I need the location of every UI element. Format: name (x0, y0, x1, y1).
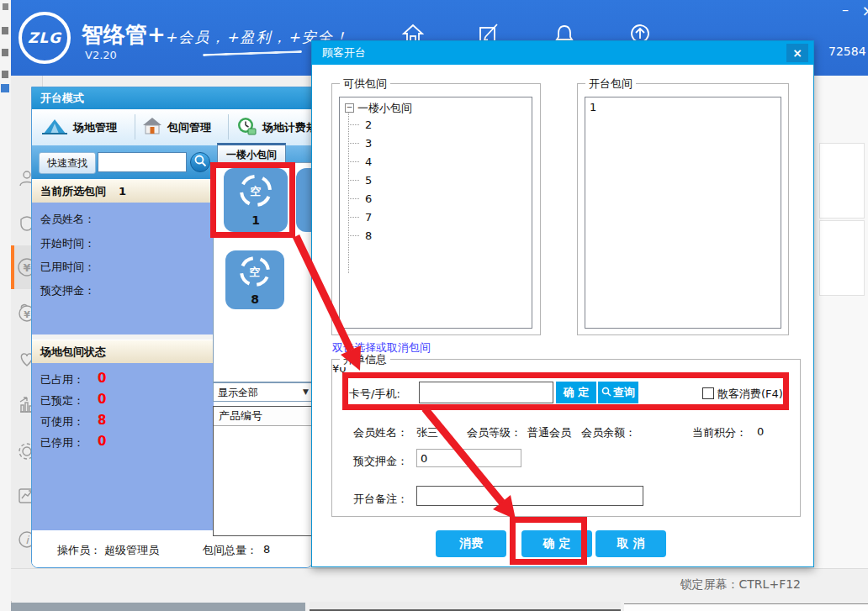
tree-guide-stub (348, 124, 359, 125)
rooms-total-value: 8 (263, 543, 270, 556)
available-rooms-tree[interactable]: − 一楼小包间 2 3 4 5 6 7 8 (339, 97, 532, 329)
room-status-title: 场地包间状态 (40, 345, 106, 358)
lock-screen-hint: 锁定屏幕：CTRL+F12 (680, 577, 801, 593)
quick-find-button[interactable]: 快速查找 (39, 152, 96, 174)
card-phone-input[interactable] (419, 382, 553, 403)
card-confirm-label: 确 定 (564, 385, 590, 400)
tab-room-group-label: 一楼小包间 (226, 149, 277, 161)
opened-rooms-list[interactable]: 1 (585, 97, 781, 329)
tree-guide-stub (348, 235, 359, 236)
deposit-label: 预交押金： (353, 454, 408, 469)
quick-find-input[interactable] (98, 152, 187, 172)
tree-root-node[interactable]: 一楼小包间 (357, 101, 412, 116)
tree-item-room8[interactable]: 8 (365, 229, 372, 242)
start-time-label: 开始时间： (40, 236, 95, 251)
status-bar: 锁定屏幕：CTRL+F12 (11, 568, 868, 601)
product-table-header: 产品编号 (214, 407, 312, 426)
member-level-value: 普通会员 (527, 425, 571, 440)
opened-rooms-group: 开台包间 1 (577, 83, 789, 335)
background-bottom-fragment (11, 603, 305, 611)
member-level-label: 会员等级： (467, 425, 521, 440)
clock-icon (235, 115, 258, 140)
svg-text:¥: ¥ (24, 309, 30, 320)
room-manage-button[interactable]: 包间管理 (141, 115, 211, 140)
room-status-area: 已占用： 0 已预定： 0 可使用： 8 已停用： 0 (32, 363, 214, 530)
quick-find-label: 快速查找 (47, 156, 87, 171)
dialog-title-bar[interactable]: 顾客开台 × (312, 41, 813, 65)
tree-guide-stub (348, 198, 359, 199)
tent-icon (40, 115, 69, 140)
cancel-button-label: 取 消 (617, 536, 645, 551)
card-query-button[interactable]: 查询 (598, 382, 638, 403)
search-icon (193, 154, 207, 171)
walkin-checkbox[interactable] (702, 387, 714, 399)
svg-text:¥: ¥ (23, 261, 30, 274)
corner-number: 72584 (828, 45, 866, 58)
walkin-checkbox-label: 散客消费(F4) (717, 387, 783, 402)
background-window-sliver (0, 0, 12, 611)
tree-item-room3[interactable]: 3 (365, 137, 372, 150)
billing-rules-label: 场地计费规则 (262, 120, 313, 135)
deposit-label: 预交押金： (40, 283, 95, 298)
window-fragment (3, 3, 8, 10)
window-fragment (1, 84, 9, 92)
minimize-button[interactable]: – (835, 2, 855, 20)
window-fragment (2, 27, 8, 34)
operator-label: 操作员： (57, 543, 101, 558)
opened-room-item[interactable]: 1 (590, 101, 781, 113)
used-time-label: 已用时间： (40, 260, 95, 275)
product-table: 产品编号 (213, 406, 313, 536)
tree-item-room6[interactable]: 6 (365, 192, 372, 205)
remark-label: 开台备注： (353, 492, 408, 507)
card-confirm-button[interactable]: 确 定 (556, 382, 596, 403)
available-rooms-group: 可供包间 − 一楼小包间 2 3 4 5 6 7 8 (331, 83, 541, 335)
room-info-area: 会员姓名： 开始时间： 已用时间： 预交押金： (32, 203, 214, 334)
toolbar-separator (228, 114, 229, 140)
venue-manage-button[interactable]: 场地管理 (40, 115, 117, 140)
empty-room-icon: 空 (237, 254, 273, 289)
rooms-area: 一楼小包间 空 1 空 8 显示全部 ▼ 产品编号 (213, 141, 313, 538)
opened-rooms-label: 开台包间 (585, 76, 636, 92)
window-fragment (2, 71, 8, 78)
tree-guide-stub (348, 180, 359, 181)
product-col-header: 产品编号 (219, 409, 262, 422)
disabled-value: 0 (98, 434, 106, 449)
consume-button-label: 消费 (459, 536, 483, 551)
occupied-value: 0 (98, 371, 106, 386)
tree-item-room2[interactable]: 2 (365, 119, 372, 131)
window-fragment (2, 49, 8, 56)
member-balance-label: 会员余额： (581, 425, 636, 440)
background-bottom-fragment (310, 602, 621, 611)
tree-expander-icon[interactable]: − (345, 103, 354, 113)
open-table-dialog: 顾客开台 × 可供包间 − 一楼小包间 2 3 4 5 (311, 40, 814, 567)
close-window-button[interactable]: × (859, 2, 868, 20)
dialog-close-button[interactable]: × (786, 44, 808, 62)
available-rooms-label: 可供包间 (340, 76, 390, 92)
deposit-input[interactable] (416, 449, 521, 467)
member-name-label: 会员姓名： (40, 212, 95, 227)
reserved-label: 已预定： (40, 393, 84, 408)
tree-item-room4[interactable]: 4 (365, 155, 372, 168)
room-tile-8[interactable]: 空 8 (225, 250, 284, 309)
consume-button[interactable]: 消费 (436, 530, 506, 557)
card-query-label: 查询 (613, 385, 635, 400)
filter-dropdown[interactable]: 显示全部 ▼ (213, 382, 313, 402)
close-icon: × (792, 46, 802, 60)
room-tile-number: 1 (224, 213, 288, 227)
confirm-button[interactable]: 确 定 (521, 530, 592, 557)
tree-item-room5[interactable]: 5 (365, 174, 372, 187)
reserved-value: 0 (98, 392, 106, 407)
member-points-value: 0 (757, 425, 764, 438)
search-round-button[interactable] (190, 152, 210, 172)
app-logo: ZLG (19, 12, 71, 64)
tree-item-room7[interactable]: 7 (365, 211, 372, 224)
venue-manage-label: 场地管理 (73, 120, 117, 135)
billing-rules-button[interactable]: 场地计费规则 (235, 115, 313, 140)
panel-title: 开台模式 (40, 92, 84, 104)
cancel-button[interactable]: 取 消 (595, 530, 666, 557)
tab-room-group[interactable]: 一楼小包间 (217, 143, 286, 163)
remark-input[interactable] (416, 486, 643, 506)
member-name-value: 张三 (416, 425, 438, 440)
rooms-total-label: 包间总量： (203, 543, 257, 558)
room-tile-1[interactable]: 空 1 (224, 168, 288, 232)
